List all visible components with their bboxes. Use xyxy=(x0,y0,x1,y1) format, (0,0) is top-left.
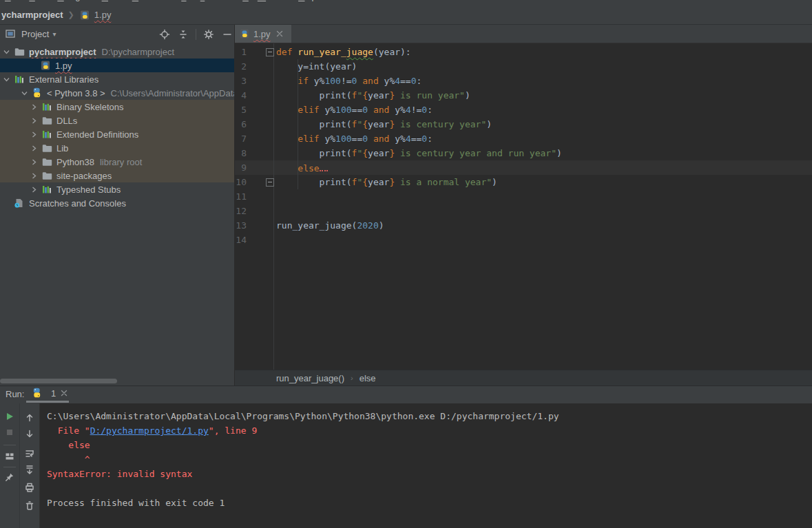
tree-item-dlls[interactable]: DLLs xyxy=(0,114,234,127)
chevron-collapsed-icon[interactable] xyxy=(30,117,38,125)
toolbar-divider xyxy=(196,29,196,40)
editor-breadcrumb-1[interactable]: else xyxy=(360,373,376,383)
menu-item-navigate[interactable]: Navigate xyxy=(57,0,92,1)
menu-item-view[interactable]: View xyxy=(29,0,48,1)
code-text: run_year_juage(2020) xyxy=(276,218,384,233)
console-text: ", line 9 xyxy=(209,425,257,436)
print-icon[interactable] xyxy=(24,482,35,493)
tree-item-label: 1.py xyxy=(55,61,72,71)
line-number: 10 xyxy=(235,175,247,189)
console-text: ^ xyxy=(47,454,90,465)
line-number: 13 xyxy=(235,218,247,233)
code-line-7[interactable]: 7 elif y%100==0 and y%4==0: xyxy=(235,131,812,146)
menu-item-code[interactable]: Code xyxy=(102,0,123,1)
close-icon[interactable] xyxy=(275,30,284,38)
menu-item-edit[interactable]: Edit xyxy=(5,0,20,1)
project-panel-title[interactable]: Project xyxy=(21,29,49,39)
tree-item-scratches-and-consoles[interactable]: Scratches and Consoles xyxy=(0,196,234,210)
editor-tab-label: 1.py xyxy=(253,29,271,39)
code-editor[interactable]: 1def run_year_juage(year):2 y=int(year)3… xyxy=(235,43,812,370)
code-line-1[interactable]: 1def run_year_juage(year): xyxy=(235,45,812,59)
fold-region-icon[interactable] xyxy=(266,48,274,56)
chevron-collapsed-icon[interactable] xyxy=(30,131,38,138)
chevron-collapsed-icon[interactable] xyxy=(30,145,38,152)
tree-item-python38[interactable]: Python38library root xyxy=(0,155,234,169)
editor-tab-1py[interactable]: 1.py xyxy=(235,25,291,43)
breadcrumb-file[interactable]: 1.py xyxy=(94,10,112,20)
tree-item-lib[interactable]: Lib xyxy=(0,141,234,155)
line-number: 3 xyxy=(235,74,247,88)
collapse-all-icon[interactable] xyxy=(177,28,189,41)
restore-layout-icon[interactable] xyxy=(4,451,15,462)
tree-item-typeshed-stubs[interactable]: Typeshed Stubs xyxy=(0,182,234,196)
console-file-link[interactable]: D:/pycharmproject/1.py xyxy=(90,425,209,436)
locate-icon[interactable] xyxy=(158,28,171,41)
line-number: 14 xyxy=(235,233,247,247)
stop-icon[interactable] xyxy=(4,427,15,438)
hide-icon[interactable] xyxy=(221,28,233,41)
menu-item-tools[interactable]: Tools xyxy=(200,0,221,1)
code-line-14[interactable]: 14 xyxy=(235,233,812,247)
editor-breadcrumb-0[interactable]: run_year_juage() xyxy=(276,373,344,383)
code-line-5[interactable]: 5 elif y%100==0 and y%4!=0: xyxy=(235,103,812,117)
scroll-to-end-icon[interactable] xyxy=(24,464,35,475)
line-number: 9 xyxy=(235,160,247,175)
breadcrumb-project[interactable]: ycharmproject xyxy=(1,10,63,20)
down-stack-icon[interactable] xyxy=(24,429,35,440)
chevron-collapsed-icon[interactable] xyxy=(30,103,38,111)
tree-item-site-packages[interactable]: site-packages xyxy=(0,169,234,182)
run-panel-header: Run: 1 xyxy=(0,386,812,403)
menu-item-refactor[interactable]: Refactor xyxy=(132,0,166,1)
tree-item-python-3-8[interactable]: < Python 3.8 >C:\Users\Administrator\App… xyxy=(0,86,234,100)
run-tab-1[interactable]: 1 xyxy=(32,388,68,399)
menu-item-run[interactable]: Run xyxy=(175,0,191,1)
chevron-collapsed-icon[interactable] xyxy=(30,158,38,166)
code-line-11[interactable]: 11 xyxy=(235,189,812,204)
tree-item-binary-skeletons[interactable]: Binary Skeletons xyxy=(0,100,234,114)
code-line-6[interactable]: 6 print(f"{year} is century year") xyxy=(235,117,812,131)
code-line-3[interactable]: 3 if y%100!=0 and y%4==0: xyxy=(235,74,812,88)
pin-icon[interactable] xyxy=(4,472,15,483)
code-text: y=int(year) xyxy=(276,59,357,74)
settings-gear-icon[interactable] xyxy=(202,28,215,41)
fold-region-icon[interactable] xyxy=(266,178,274,187)
code-text: print(f"{year} is century year and run y… xyxy=(276,146,562,160)
menu-item-vcs[interactable]: VCS xyxy=(230,0,249,1)
tree-item-label: Python38 xyxy=(56,157,94,167)
code-line-8[interactable]: 8 print(f"{year} is century year and run… xyxy=(235,146,812,160)
line-number: 12 xyxy=(235,204,247,218)
console-text: SyntaxError: invalid syntax xyxy=(47,469,192,479)
tree-item-1-py[interactable]: 1.py xyxy=(0,59,234,72)
run-console-output[interactable]: C:\Users\Administrator\AppData\Local\Pro… xyxy=(40,403,812,528)
code-line-13[interactable]: 13run_year_juage(2020) xyxy=(235,218,812,233)
menu-item-window[interactable]: Window xyxy=(258,0,289,1)
code-line-9[interactable]: 9 else xyxy=(235,160,812,175)
tree-item-detail: C:\Users\Administrator\AppData xyxy=(111,88,234,98)
tree-item-pycharmproject[interactable]: pycharmprojectD:\pycharmproject xyxy=(0,45,234,59)
code-line-2[interactable]: 2 y=int(year) xyxy=(235,59,812,74)
tree-item-extended-definitions[interactable]: Extended Definitions xyxy=(0,127,234,141)
up-stack-icon[interactable] xyxy=(24,412,35,423)
chevron-expanded-icon[interactable] xyxy=(21,89,28,97)
code-line-12[interactable]: 12 xyxy=(235,204,812,218)
tree-item-label: pycharmproject xyxy=(29,47,96,57)
code-line-10[interactable]: 10 print(f"{year} is a normal year") xyxy=(235,175,812,189)
soft-wrap-icon[interactable] xyxy=(24,448,35,459)
rerun-play-icon[interactable] xyxy=(4,411,15,422)
menu-item-help[interactable]: Help xyxy=(298,0,317,1)
close-icon[interactable] xyxy=(60,389,68,397)
chevron-collapsed-icon[interactable] xyxy=(30,186,38,193)
code-text: else xyxy=(276,160,328,176)
line-number: 8 xyxy=(235,146,247,160)
tree-item-external-libraries[interactable]: External Libraries xyxy=(0,72,234,86)
code-line-4[interactable]: 4 print(f"{year} is run year") xyxy=(235,88,812,103)
clear-console-icon[interactable] xyxy=(24,500,35,511)
chevron-collapsed-icon[interactable] xyxy=(30,172,38,180)
run-tool-window: Run: 1 C:\Users\Administrator\AppData\Lo… xyxy=(0,386,812,528)
editor-tab-bar: 1.py xyxy=(235,25,812,43)
folder-icon xyxy=(41,170,52,181)
chevron-down-icon[interactable]: ▾ xyxy=(52,30,56,38)
chevron-expanded-icon[interactable] xyxy=(3,76,10,83)
chevron-expanded-icon[interactable] xyxy=(3,48,10,56)
project-horizontal-scrollbar[interactable] xyxy=(0,379,117,383)
